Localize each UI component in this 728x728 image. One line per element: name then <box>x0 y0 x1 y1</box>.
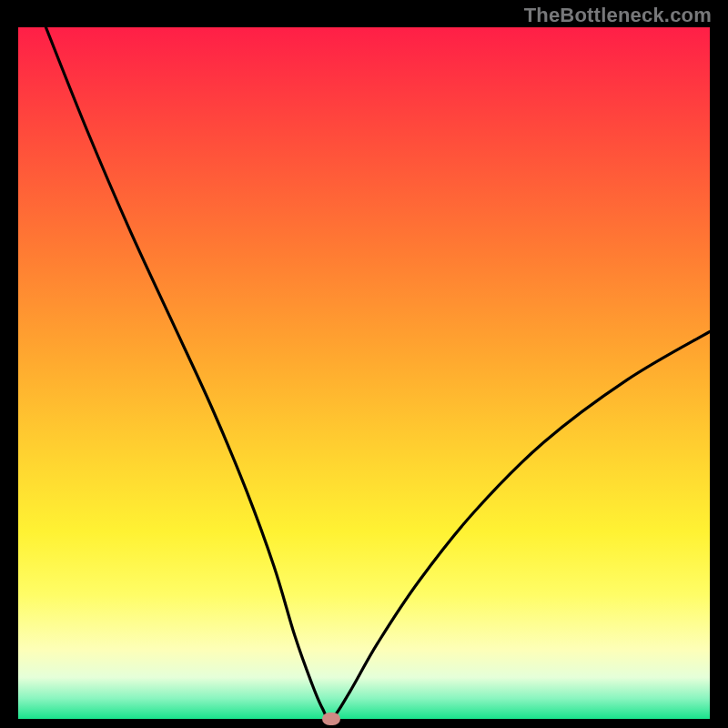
bottleneck-curve <box>18 27 710 719</box>
watermark-text: TheBottleneck.com <box>524 4 712 27</box>
plot-area <box>18 27 710 719</box>
chart-container: TheBottleneck.com <box>0 0 728 728</box>
optimum-marker <box>322 713 340 725</box>
